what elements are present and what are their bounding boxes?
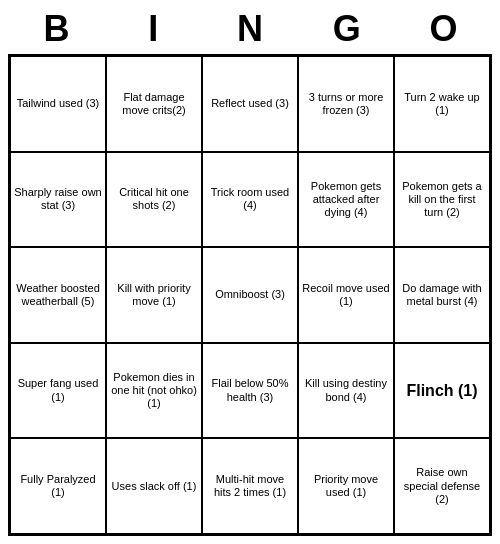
bingo-title: BINGO bbox=[8, 8, 492, 50]
cell-text-20: Fully Paralyzed (1) bbox=[14, 473, 102, 499]
cell-text-4: Turn 2 wake up (1) bbox=[398, 91, 486, 117]
bingo-cell-16[interactable]: Pokemon dies in one hit (not ohko) (1) bbox=[106, 343, 202, 439]
cell-text-2: Reflect used (3) bbox=[211, 97, 289, 110]
cell-text-18: Kill using destiny bond (4) bbox=[302, 377, 390, 403]
bingo-letter: N bbox=[206, 8, 294, 50]
bingo-cell-6[interactable]: Critical hit one shots (2) bbox=[106, 152, 202, 248]
cell-text-5: Sharply raise own stat (3) bbox=[14, 186, 102, 212]
bingo-letter: O bbox=[400, 8, 488, 50]
cell-text-19: Flinch (1) bbox=[406, 381, 477, 400]
bingo-cell-15[interactable]: Super fang used (1) bbox=[10, 343, 106, 439]
cell-text-15: Super fang used (1) bbox=[14, 377, 102, 403]
cell-text-23: Priority move used (1) bbox=[302, 473, 390, 499]
bingo-cell-19[interactable]: Flinch (1) bbox=[394, 343, 490, 439]
cell-text-6: Critical hit one shots (2) bbox=[110, 186, 198, 212]
bingo-cell-14[interactable]: Do damage with metal burst (4) bbox=[394, 247, 490, 343]
cell-text-16: Pokemon dies in one hit (not ohko) (1) bbox=[110, 371, 198, 411]
cell-text-11: Kill with priority move (1) bbox=[110, 282, 198, 308]
bingo-cell-23[interactable]: Priority move used (1) bbox=[298, 438, 394, 534]
bingo-grid: Tailwind used (3)Flat damage move crits(… bbox=[8, 54, 492, 536]
bingo-cell-21[interactable]: Uses slack off (1) bbox=[106, 438, 202, 534]
bingo-cell-1[interactable]: Flat damage move crits(2) bbox=[106, 56, 202, 152]
bingo-cell-4[interactable]: Turn 2 wake up (1) bbox=[394, 56, 490, 152]
bingo-letter: G bbox=[303, 8, 391, 50]
cell-text-22: Multi-hit move hits 2 times (1) bbox=[206, 473, 294, 499]
bingo-cell-7[interactable]: Trick room used (4) bbox=[202, 152, 298, 248]
cell-text-12: Omniboost (3) bbox=[215, 288, 285, 301]
bingo-letter: B bbox=[12, 8, 100, 50]
bingo-cell-11[interactable]: Kill with priority move (1) bbox=[106, 247, 202, 343]
cell-text-24: Raise own special defense (2) bbox=[398, 466, 486, 506]
cell-text-17: Flail below 50% health (3) bbox=[206, 377, 294, 403]
bingo-cell-24[interactable]: Raise own special defense (2) bbox=[394, 438, 490, 534]
cell-text-14: Do damage with metal burst (4) bbox=[398, 282, 486, 308]
bingo-cell-5[interactable]: Sharply raise own stat (3) bbox=[10, 152, 106, 248]
bingo-cell-0[interactable]: Tailwind used (3) bbox=[10, 56, 106, 152]
cell-text-1: Flat damage move crits(2) bbox=[110, 91, 198, 117]
bingo-cell-2[interactable]: Reflect used (3) bbox=[202, 56, 298, 152]
cell-text-9: Pokemon gets a kill on the first turn (2… bbox=[398, 180, 486, 220]
bingo-letter: I bbox=[109, 8, 197, 50]
cell-text-0: Tailwind used (3) bbox=[17, 97, 100, 110]
bingo-cell-8[interactable]: Pokemon gets attacked after dying (4) bbox=[298, 152, 394, 248]
bingo-cell-9[interactable]: Pokemon gets a kill on the first turn (2… bbox=[394, 152, 490, 248]
bingo-cell-13[interactable]: Recoil move used (1) bbox=[298, 247, 394, 343]
cell-text-3: 3 turns or more frozen (3) bbox=[302, 91, 390, 117]
cell-text-13: Recoil move used (1) bbox=[302, 282, 390, 308]
bingo-cell-20[interactable]: Fully Paralyzed (1) bbox=[10, 438, 106, 534]
bingo-cell-17[interactable]: Flail below 50% health (3) bbox=[202, 343, 298, 439]
bingo-cell-10[interactable]: Weather boosted weatherball (5) bbox=[10, 247, 106, 343]
cell-text-8: Pokemon gets attacked after dying (4) bbox=[302, 180, 390, 220]
cell-text-21: Uses slack off (1) bbox=[112, 480, 197, 493]
bingo-cell-22[interactable]: Multi-hit move hits 2 times (1) bbox=[202, 438, 298, 534]
cell-text-10: Weather boosted weatherball (5) bbox=[14, 282, 102, 308]
cell-text-7: Trick room used (4) bbox=[206, 186, 294, 212]
bingo-cell-3[interactable]: 3 turns or more frozen (3) bbox=[298, 56, 394, 152]
bingo-cell-12[interactable]: Omniboost (3) bbox=[202, 247, 298, 343]
bingo-cell-18[interactable]: Kill using destiny bond (4) bbox=[298, 343, 394, 439]
